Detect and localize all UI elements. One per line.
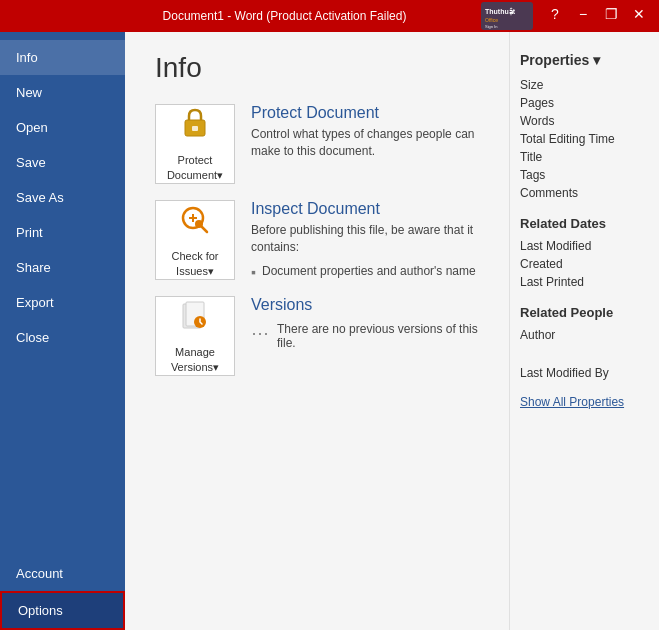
manage-versions-icon bbox=[177, 298, 213, 341]
protect-document-desc: Control what types of changes people can… bbox=[251, 126, 479, 160]
protect-document-icon bbox=[177, 106, 213, 149]
content-area: Info ProtectDocument▾ Protect Document C… bbox=[125, 32, 509, 630]
manage-versions-title: Versions bbox=[251, 296, 479, 314]
prop-last-printed[interactable]: Last Printed bbox=[520, 273, 649, 291]
page-title: Info bbox=[155, 52, 479, 84]
protect-document-content: Protect Document Control what types of c… bbox=[251, 104, 479, 160]
minimize-button[interactable]: − bbox=[571, 2, 595, 26]
close-button[interactable]: ✕ bbox=[627, 2, 651, 26]
check-issues-button[interactable]: Check forIssues▾ bbox=[155, 200, 235, 280]
prop-last-modified-by: Last Modified By bbox=[520, 364, 649, 382]
protect-document-label: ProtectDocument▾ bbox=[167, 153, 223, 182]
show-all-properties-link[interactable]: Show All Properties bbox=[520, 395, 624, 409]
versions-dotted-icon: ⋯ bbox=[251, 322, 269, 344]
prop-title[interactable]: Title bbox=[520, 148, 649, 166]
manage-versions-content: Versions ⋯ There are no previous version… bbox=[251, 296, 479, 350]
sidebar-item-export[interactable]: Export bbox=[0, 285, 125, 320]
related-people-title: Related People bbox=[520, 305, 649, 320]
check-issues-content: Inspect Document Before publishing this … bbox=[251, 200, 479, 280]
title-bar-controls: Thuthuật Office Sign In ? − ❐ ✕ bbox=[481, 2, 651, 30]
properties-section-title[interactable]: Properties ▾ bbox=[520, 52, 649, 68]
restore-button[interactable]: ❐ bbox=[599, 2, 623, 26]
sub-bullet-text: Document properties and author's name bbox=[262, 264, 476, 278]
sidebar-item-account[interactable]: Account bbox=[0, 556, 125, 591]
versions-sub: ⋯ There are no previous versions of this… bbox=[251, 322, 479, 350]
watermark-logo: Thuthuật Office Sign In bbox=[481, 2, 533, 30]
main-area: Info New Open Save Save As Print Share E… bbox=[0, 32, 659, 630]
sidebar-item-open[interactable]: Open bbox=[0, 110, 125, 145]
prop-created[interactable]: Created bbox=[520, 255, 649, 273]
show-all-properties-section: Show All Properties bbox=[520, 392, 649, 410]
check-issues-card: Check forIssues▾ Inspect Document Before… bbox=[155, 200, 479, 280]
sidebar-item-new[interactable]: New bbox=[0, 75, 125, 110]
svg-line-8 bbox=[202, 227, 207, 232]
svg-text:Thuthuật: Thuthuật bbox=[485, 7, 516, 16]
help-button[interactable]: ? bbox=[543, 2, 567, 26]
prop-pages[interactable]: Pages bbox=[520, 94, 649, 112]
check-issues-label: Check forIssues▾ bbox=[171, 249, 218, 278]
sidebar-item-share[interactable]: Share bbox=[0, 250, 125, 285]
sub-bullet-icon: ▪ bbox=[251, 264, 256, 280]
prop-tags[interactable]: Tags bbox=[520, 166, 649, 184]
manage-versions-label: ManageVersions▾ bbox=[171, 345, 219, 374]
protect-document-button[interactable]: ProtectDocument▾ bbox=[155, 104, 235, 184]
sidebar-item-save[interactable]: Save bbox=[0, 145, 125, 180]
prop-words[interactable]: Words bbox=[520, 112, 649, 130]
check-issues-desc: Before publishing this file, be aware th… bbox=[251, 222, 479, 256]
sidebar: Info New Open Save Save As Print Share E… bbox=[0, 32, 125, 630]
properties-panel: Properties ▾ Size Pages Words Total Edit… bbox=[509, 32, 659, 630]
check-issues-icon bbox=[177, 202, 213, 245]
manage-versions-card: ManageVersions▾ Versions ⋯ There are no … bbox=[155, 296, 479, 376]
protect-document-card: ProtectDocument▾ Protect Document Contro… bbox=[155, 104, 479, 184]
prop-author[interactable]: Author bbox=[520, 326, 649, 344]
sidebar-item-close[interactable]: Close bbox=[0, 320, 125, 355]
svg-text:Sign In: Sign In bbox=[485, 24, 497, 29]
prop-size[interactable]: Size bbox=[520, 76, 649, 94]
prop-last-modified[interactable]: Last Modified bbox=[520, 237, 649, 255]
versions-desc: There are no previous versions of this f… bbox=[277, 322, 479, 350]
check-issues-sub: ▪ Document properties and author's name bbox=[251, 264, 479, 280]
last-modified-by-section: Last Modified By bbox=[520, 364, 649, 382]
check-issues-title: Inspect Document bbox=[251, 200, 479, 218]
manage-versions-button[interactable]: ManageVersions▾ bbox=[155, 296, 235, 376]
sidebar-item-options[interactable]: Options bbox=[0, 591, 125, 630]
prop-total-editing-time[interactable]: Total Editing Time bbox=[520, 130, 649, 148]
sidebar-item-print[interactable]: Print bbox=[0, 215, 125, 250]
title-bar: Document1 - Word (Product Activation Fai… bbox=[0, 0, 659, 32]
protect-document-title: Protect Document bbox=[251, 104, 479, 122]
prop-comments[interactable]: Comments bbox=[520, 184, 649, 202]
svg-rect-5 bbox=[192, 126, 198, 131]
related-dates-title: Related Dates bbox=[520, 216, 649, 231]
svg-text:Office: Office bbox=[485, 17, 498, 23]
title-bar-text: Document1 - Word (Product Activation Fai… bbox=[88, 9, 481, 23]
sidebar-item-save-as[interactable]: Save As bbox=[0, 180, 125, 215]
sidebar-item-info[interactable]: Info bbox=[0, 40, 125, 75]
